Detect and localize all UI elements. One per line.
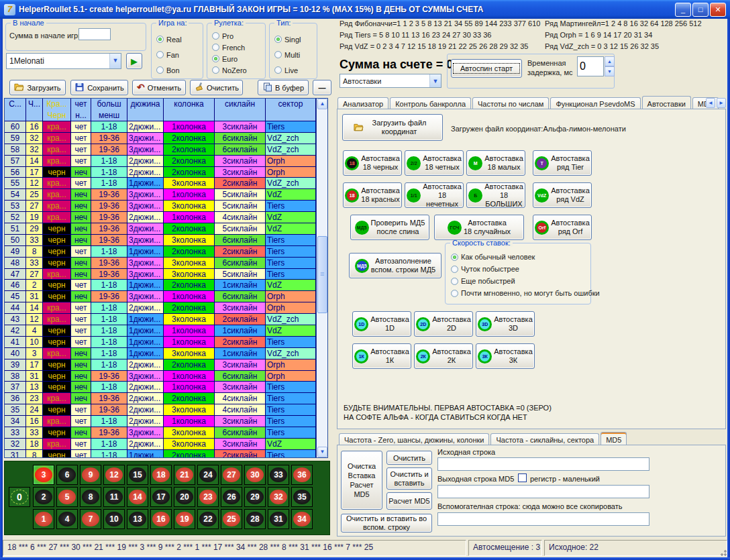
autobet-button-ряд-Orf[interactable]: OrfАвтоставкаряд Orf: [533, 215, 592, 240]
autobet-button-18-случайных[interactable]: ГСЧАвтоставка18 случайных: [434, 215, 524, 240]
autobet-button-после-спина[interactable]: МД5Проверить МД5после спина: [350, 215, 429, 240]
resize-grip[interactable]: [719, 548, 727, 556]
source-string-input[interactable]: [437, 457, 649, 471]
column-header[interactable]: С...: [5, 99, 26, 121]
board-cell-22[interactable]: 22: [197, 509, 219, 529]
board-cell-33[interactable]: 33: [268, 465, 289, 485]
tab-Анализатор[interactable]: Анализатор: [337, 97, 388, 109]
radio-Singl[interactable]: Singl: [274, 32, 301, 47]
board-cell-34[interactable]: 34: [291, 509, 313, 529]
chevron-down-icon[interactable]: ▼: [429, 74, 441, 87]
radio-Euro[interactable]: Euro: [212, 53, 247, 64]
radio-Чуток побыстрее[interactable]: Чуток побыстрее: [451, 263, 600, 275]
radio-dot-icon[interactable]: [212, 44, 219, 51]
tab-MD5[interactable]: MD5: [601, 432, 627, 445]
board-cell-zero[interactable]: 0: [9, 487, 30, 507]
board-cell-15[interactable]: 15: [127, 465, 148, 485]
board-cell-26[interactable]: 26: [221, 487, 242, 507]
radio-dot-icon[interactable]: [156, 36, 164, 43]
column-header[interactable]: сиклайн: [215, 99, 266, 121]
column-header[interactable]: дюжина: [127, 99, 164, 121]
autobet-button-1К[interactable]: 1КАвтоставка1К: [352, 343, 411, 369]
autobet-button-18-нечетных[interactable]: 1/1Автоставка18 нечетных: [405, 182, 464, 208]
autobet-button-18-БОЛЬШИХ[interactable]: БАвтоставка18 БОЛЬШИХ: [466, 182, 525, 208]
board-cell-25[interactable]: 25: [221, 509, 242, 529]
radio-dot-icon[interactable]: [451, 290, 458, 297]
tab-Частота - сиклайны, сектора[interactable]: Частота - сиклайны, сектора: [490, 433, 599, 445]
column-header[interactable]: сектор: [266, 99, 316, 121]
load-coords-button[interactable]: Загрузить файл координат: [342, 114, 443, 141]
board-cell-13[interactable]: 13: [127, 509, 148, 529]
toolbar-button-clean-brush[interactable]: Очистить: [190, 80, 243, 95]
tab-Функционал PsevdoMS[interactable]: Функционал PsevdoMS: [550, 97, 640, 109]
radio-dot-icon[interactable]: [212, 32, 219, 40]
toolbar-button-open-folder[interactable]: Загрузить: [9, 80, 66, 95]
column-header[interactable]: Ч...: [26, 99, 43, 121]
radio-NoZero[interactable]: NoZero: [212, 64, 247, 76]
board-cell-19[interactable]: 19: [174, 509, 195, 529]
autobet-button-ряд-VdZ[interactable]: VdZАвтоставкаряд VdZ: [533, 182, 592, 208]
autobet-button-2D[interactable]: 2DАвтоставка2D: [414, 311, 473, 337]
radio-dot-icon[interactable]: [274, 66, 282, 74]
board-cell-2[interactable]: 2: [33, 487, 54, 507]
autobet-button-18-малых[interactable]: MАвтоставка18 малых: [466, 150, 525, 176]
board-cell-35[interactable]: 35: [291, 487, 313, 507]
column-header[interactable]: Кра...Черн: [43, 99, 71, 121]
board-cell-4[interactable]: 4: [56, 509, 78, 529]
radio-Как обычный человек[interactable]: Как обычный человек: [451, 251, 600, 263]
clear-and-paste-button[interactable]: Очистить и вставить: [386, 467, 432, 490]
autobet-button-3D[interactable]: 3DАвтоставка3D: [476, 311, 535, 337]
autobet-button-1D[interactable]: 1DАвтоставка1D: [352, 311, 411, 337]
tab-Контроль банкролла[interactable]: Контроль банкролла: [390, 97, 471, 109]
board-cell-12[interactable]: 12: [103, 465, 125, 485]
radio-French[interactable]: French: [212, 42, 247, 53]
tab-Частоты по числам[interactable]: Частоты по числам: [472, 97, 549, 109]
radio-dot-icon[interactable]: [274, 36, 282, 43]
board-cell-29[interactable]: 29: [244, 487, 266, 507]
scrollbar-thumb[interactable]: [317, 236, 327, 313]
board-cell-18[interactable]: 18: [150, 465, 172, 485]
column-header[interactable]: четн...: [71, 99, 91, 121]
autospin-start-button[interactable]: Автоспин старт: [451, 59, 522, 78]
radio-dot-icon[interactable]: [451, 266, 458, 273]
autobet-button-2К[interactable]: 2КАвтоставка2К: [414, 343, 473, 369]
board-cell-21[interactable]: 21: [174, 465, 195, 485]
board-cell-31[interactable]: 31: [268, 509, 289, 529]
radio-dot-icon[interactable]: [212, 55, 219, 62]
radio-Real[interactable]: Real: [156, 32, 182, 47]
board-cell-36[interactable]: 36: [291, 465, 313, 485]
board-cell-6[interactable]: 6: [56, 465, 78, 485]
autobet-button-3К[interactable]: 3КАвтоставка3К: [476, 343, 535, 369]
radio-Multi[interactable]: Multi: [274, 47, 301, 62]
lowercase-checkbox[interactable]: [518, 473, 527, 482]
board-cell-10[interactable]: 10: [103, 509, 125, 529]
board-cell-30[interactable]: 30: [244, 465, 266, 485]
tab-Частота - Zero, шансы, дюжины, колонки[interactable]: Частота - Zero, шансы, дюжины, колонки: [339, 433, 489, 445]
close-button[interactable]: ✕: [710, 3, 726, 17]
delay-input[interactable]: [577, 56, 604, 76]
board-cell-1[interactable]: 1: [33, 509, 54, 529]
radio-Fan[interactable]: Fan: [156, 47, 182, 62]
board-cell-28[interactable]: 28: [244, 509, 266, 529]
chevron-down-icon[interactable]: ▼: [109, 54, 121, 68]
board-cell-23[interactable]: 23: [197, 487, 219, 507]
board-cell-8[interactable]: 8: [80, 487, 101, 507]
autobet-button-вспом.-строки-МД5[interactable]: МД5Автозаполнениевспом. строки МД5: [349, 253, 441, 278]
start-sum-input[interactable]: [79, 28, 111, 40]
board-cell-3[interactable]: 3: [33, 465, 54, 485]
board-cell-14[interactable]: 14: [127, 487, 148, 507]
spin-up-icon[interactable]: ▲: [605, 56, 615, 66]
toolbar-button-copy-clipboard[interactable]: В буфер: [258, 80, 309, 95]
radio-Live[interactable]: Live: [274, 62, 301, 78]
column-header[interactable]: большменш: [91, 99, 127, 121]
calc-md5-button[interactable]: Расчет MD5: [386, 492, 432, 510]
spin-down-icon[interactable]: ▼: [605, 66, 615, 76]
column-header[interactable]: колонка: [164, 99, 215, 121]
minimize-button[interactable]: _: [675, 3, 691, 17]
board-cell-27[interactable]: 27: [221, 465, 242, 485]
radio-Pro[interactable]: Pro: [212, 30, 247, 42]
tab-Автоставки[interactable]: Автоставки: [642, 96, 691, 109]
clear-button[interactable]: Очистить: [386, 451, 432, 465]
table-scrollbar[interactable]: ▲ ▼: [316, 99, 327, 457]
radio-dot-icon[interactable]: [451, 278, 458, 285]
